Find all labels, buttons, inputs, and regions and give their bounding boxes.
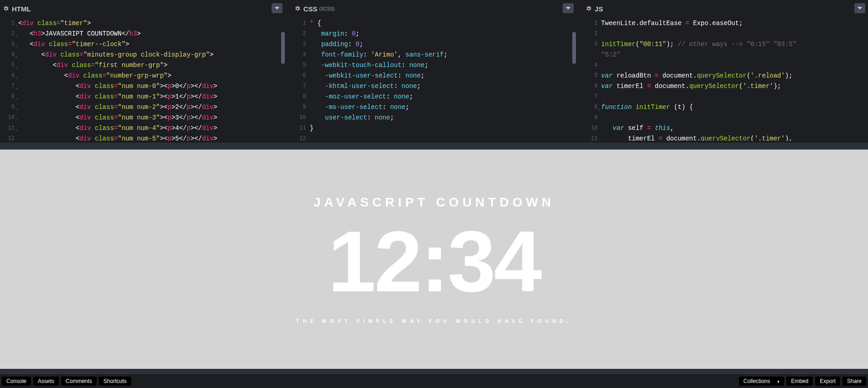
html-panel: HTML 1▸2▸3▸4▸5▸6▸7▸8▸9▸10▸11▸12▸ <div cl… <box>0 2 285 141</box>
collections-button[interactable]: Collections▾ <box>739 377 785 386</box>
editors-row: HTML 1▸2▸3▸4▸5▸6▸7▸8▸9▸10▸11▸12▸ <div cl… <box>0 0 868 143</box>
html-panel-header: HTML <box>0 2 285 16</box>
horizontal-divider[interactable] <box>0 143 868 150</box>
js-code[interactable]: TweenLite.defaultEase = Expo.easeOut;ini… <box>601 16 868 141</box>
assets-button[interactable]: Assets <box>33 377 59 386</box>
scrollbar-thumb[interactable] <box>281 32 285 64</box>
js-panel-title: JS <box>595 5 603 13</box>
html-panel-title: HTML <box>12 5 31 13</box>
js-panel-header: JS <box>583 2 868 16</box>
html-code[interactable]: <div class="timer"> <h3>JAVASCRIPT COUNT… <box>18 16 285 141</box>
css-panel-subtitle: (SCSS) <box>319 6 335 11</box>
chevron-down-icon <box>275 6 279 10</box>
js-gutter: 12345678▸91011 <box>583 16 601 141</box>
css-panel-header: CSS (SCSS) <box>292 2 577 16</box>
shortcuts-button[interactable]: Shortcuts <box>99 377 131 386</box>
js-panel-dropdown[interactable] <box>854 3 865 13</box>
scrollbar-thumb[interactable] <box>572 32 576 64</box>
footer-bar: Console Assets Comments Shortcuts Collec… <box>0 369 868 388</box>
preview-tagline: THE MOST SIMPLE WAY YOU WOULD HAVE FOUND… <box>296 318 572 324</box>
chevron-down-icon <box>858 6 862 10</box>
preview-title: JAVASCRIPT COUNTDOWN <box>313 195 555 210</box>
css-panel-title: CSS <box>303 5 318 13</box>
css-panel: CSS (SCSS) 123456789101112 * { margin: 0… <box>292 2 577 141</box>
embed-button[interactable]: Embed <box>786 377 813 386</box>
css-gutter: 123456789101112 <box>292 16 310 141</box>
gear-icon[interactable] <box>294 5 301 12</box>
chevron-down-icon: ▾ <box>777 379 780 384</box>
gear-icon[interactable] <box>586 5 592 12</box>
html-gutter: 1▸2▸3▸4▸5▸6▸7▸8▸9▸10▸11▸12▸ <box>0 16 18 141</box>
export-button[interactable]: Export <box>815 377 840 386</box>
js-panel: JS 12345678▸91011 TweenLite.defaultEase … <box>583 2 868 141</box>
css-code[interactable]: * { margin: 0; padding: 0; font-family: … <box>310 16 577 141</box>
gear-icon[interactable] <box>3 5 9 12</box>
preview-clock: 12:34 <box>328 218 540 305</box>
console-button[interactable]: Console <box>2 377 31 386</box>
css-code-area[interactable]: 123456789101112 * { margin: 0; padding: … <box>292 16 577 141</box>
html-panel-dropdown[interactable] <box>272 3 282 13</box>
preview-pane: JAVASCRIPT COUNTDOWN 12:34 THE MOST SIMP… <box>0 150 868 369</box>
html-code-area[interactable]: 1▸2▸3▸4▸5▸6▸7▸8▸9▸10▸11▸12▸ <div class="… <box>0 16 285 141</box>
css-panel-dropdown[interactable] <box>563 3 574 13</box>
comments-button[interactable]: Comments <box>61 377 97 386</box>
chevron-down-icon <box>566 6 570 10</box>
share-button[interactable]: Share <box>842 377 866 386</box>
js-code-area[interactable]: 12345678▸91011 TweenLite.defaultEase = E… <box>583 16 868 141</box>
